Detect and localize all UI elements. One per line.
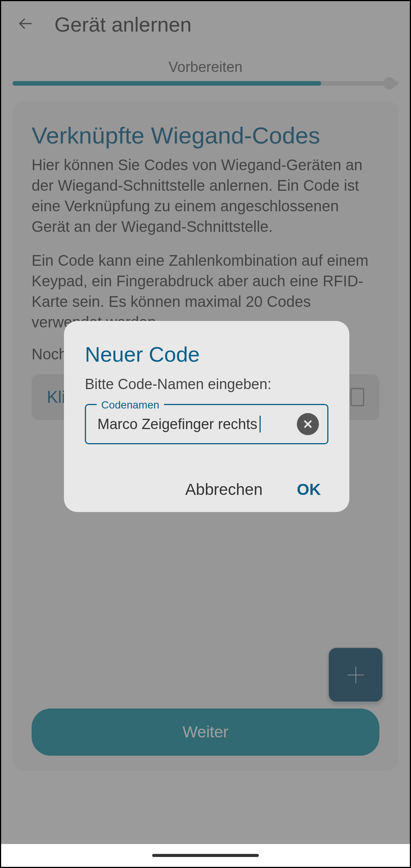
codename-field[interactable]: Codenamen Marco Zeigefinger rechts	[85, 404, 328, 444]
cancel-button[interactable]: Abbrechen	[185, 480, 263, 499]
ok-button[interactable]: OK	[297, 480, 321, 499]
codename-field-label: Codenamen	[97, 399, 164, 411]
codename-input-value: Marco Zeigefinger rechts	[97, 416, 257, 432]
close-icon	[302, 418, 314, 430]
new-code-dialog: Neuer Code Bitte Code-Namen eingeben: Co…	[64, 321, 349, 512]
codename-input[interactable]: Marco Zeigefinger rechts	[97, 416, 291, 432]
system-nav-bar	[1, 844, 410, 867]
dialog-subtitle: Bitte Code-Namen eingeben:	[85, 376, 328, 393]
dialog-title: Neuer Code	[85, 342, 328, 367]
dialog-actions: Abbrechen OK	[85, 480, 328, 499]
text-cursor	[260, 416, 261, 432]
home-indicator[interactable]	[152, 854, 259, 857]
clear-input-button[interactable]	[297, 413, 319, 435]
